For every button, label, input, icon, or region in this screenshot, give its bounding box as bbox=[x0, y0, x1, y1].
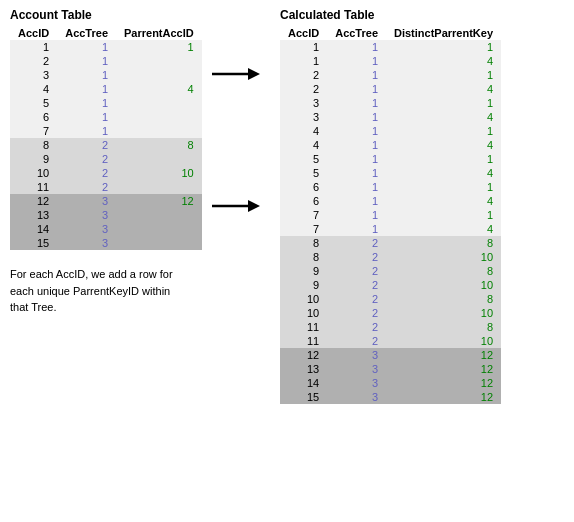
cell-parent bbox=[116, 68, 202, 82]
cell-acctree: 3 bbox=[327, 376, 386, 390]
cell-accid: 7 bbox=[280, 208, 327, 222]
table-row: 6 1 bbox=[10, 110, 202, 124]
table-row: 12 3 12 bbox=[10, 194, 202, 208]
table-row: 5 1 1 bbox=[280, 152, 501, 166]
table-row: 6 1 4 bbox=[280, 194, 501, 208]
cell-accid: 14 bbox=[10, 222, 57, 236]
table-row: 1 1 4 bbox=[280, 54, 501, 68]
left-panel: Account Table AccID AccTree ParrentAccID… bbox=[10, 8, 190, 404]
table-row: 9 2 10 bbox=[280, 278, 501, 292]
cell-distinctparent: 10 bbox=[386, 306, 501, 320]
cell-acctree: 1 bbox=[57, 82, 116, 96]
cell-parent bbox=[116, 152, 202, 166]
left-table-title: Account Table bbox=[10, 8, 190, 22]
svg-marker-3 bbox=[248, 200, 260, 212]
table-row: 9 2 bbox=[10, 152, 202, 166]
cell-accid: 15 bbox=[10, 236, 57, 250]
svg-marker-1 bbox=[248, 68, 260, 80]
cell-accid: 5 bbox=[280, 166, 327, 180]
cell-distinctparent: 1 bbox=[386, 124, 501, 138]
right-col-distinctparent: DistinctParrentKey bbox=[386, 26, 501, 40]
table-row: 11 2 10 bbox=[280, 334, 501, 348]
cell-accid: 8 bbox=[280, 250, 327, 264]
cell-parent: 4 bbox=[116, 82, 202, 96]
cell-accid: 1 bbox=[280, 54, 327, 68]
table-row: 9 2 8 bbox=[280, 264, 501, 278]
table-row: 13 3 12 bbox=[280, 362, 501, 376]
table-row: 8 2 8 bbox=[10, 138, 202, 152]
cell-accid: 14 bbox=[280, 376, 327, 390]
cell-acctree: 1 bbox=[327, 40, 386, 54]
cell-accid: 6 bbox=[10, 110, 57, 124]
cell-acctree: 3 bbox=[327, 362, 386, 376]
arrow1-icon bbox=[210, 63, 260, 85]
cell-accid: 12 bbox=[10, 194, 57, 208]
cell-accid: 10 bbox=[10, 166, 57, 180]
cell-acctree: 2 bbox=[327, 334, 386, 348]
cell-distinctparent: 1 bbox=[386, 40, 501, 54]
cell-accid: 7 bbox=[280, 222, 327, 236]
cell-acctree: 3 bbox=[57, 222, 116, 236]
cell-acctree: 2 bbox=[327, 278, 386, 292]
cell-acctree: 3 bbox=[57, 208, 116, 222]
table-row: 3 1 4 bbox=[280, 110, 501, 124]
table-row: 4 1 4 bbox=[10, 82, 202, 96]
cell-acctree: 1 bbox=[327, 152, 386, 166]
table-row: 10 2 10 bbox=[280, 306, 501, 320]
cell-acctree: 1 bbox=[57, 124, 116, 138]
table-row: 8 2 8 bbox=[280, 236, 501, 250]
cell-accid: 11 bbox=[280, 334, 327, 348]
cell-parent bbox=[116, 180, 202, 194]
right-table-title: Calculated Table bbox=[280, 8, 564, 22]
cell-distinctparent: 10 bbox=[386, 334, 501, 348]
cell-acctree: 1 bbox=[327, 208, 386, 222]
cell-distinctparent: 4 bbox=[386, 54, 501, 68]
cell-acctree: 1 bbox=[57, 40, 116, 54]
left-col-parent: ParrentAccID bbox=[116, 26, 202, 40]
cell-acctree: 3 bbox=[57, 194, 116, 208]
cell-distinctparent: 1 bbox=[386, 152, 501, 166]
cell-distinctparent: 1 bbox=[386, 96, 501, 110]
cell-accid: 4 bbox=[280, 124, 327, 138]
cell-parent bbox=[116, 54, 202, 68]
cell-accid: 10 bbox=[280, 306, 327, 320]
cell-parent bbox=[116, 124, 202, 138]
table-row: 10 2 8 bbox=[280, 292, 501, 306]
table-row: 2 1 1 bbox=[280, 68, 501, 82]
cell-distinctparent: 4 bbox=[386, 222, 501, 236]
table-row: 15 3 bbox=[10, 236, 202, 250]
cell-acctree: 2 bbox=[57, 138, 116, 152]
cell-accid: 11 bbox=[10, 180, 57, 194]
cell-accid: 3 bbox=[280, 96, 327, 110]
cell-acctree: 2 bbox=[57, 180, 116, 194]
arrow2-icon bbox=[210, 195, 260, 217]
table-row: 7 1 bbox=[10, 124, 202, 138]
table-row: 4 1 1 bbox=[280, 124, 501, 138]
cell-acctree: 1 bbox=[327, 166, 386, 180]
cell-parent bbox=[116, 208, 202, 222]
cell-acctree: 2 bbox=[57, 152, 116, 166]
cell-distinctparent: 12 bbox=[386, 362, 501, 376]
cell-acctree: 3 bbox=[57, 236, 116, 250]
cell-accid: 9 bbox=[280, 278, 327, 292]
cell-acctree: 3 bbox=[327, 390, 386, 404]
cell-distinctparent: 10 bbox=[386, 250, 501, 264]
cell-acctree: 1 bbox=[57, 68, 116, 82]
table-row: 11 2 bbox=[10, 180, 202, 194]
table-row: 7 1 1 bbox=[280, 208, 501, 222]
cell-distinctparent: 12 bbox=[386, 376, 501, 390]
cell-accid: 9 bbox=[10, 152, 57, 166]
table-row: 5 1 bbox=[10, 96, 202, 110]
cell-accid: 12 bbox=[280, 348, 327, 362]
cell-distinctparent: 1 bbox=[386, 68, 501, 82]
cell-accid: 6 bbox=[280, 194, 327, 208]
cell-distinctparent: 8 bbox=[386, 236, 501, 250]
cell-parent bbox=[116, 110, 202, 124]
cell-parent bbox=[116, 222, 202, 236]
table-row: 14 3 bbox=[10, 222, 202, 236]
cell-distinctparent: 4 bbox=[386, 110, 501, 124]
cell-acctree: 2 bbox=[327, 264, 386, 278]
cell-acctree: 1 bbox=[327, 82, 386, 96]
cell-acctree: 2 bbox=[327, 292, 386, 306]
table-row: 6 1 1 bbox=[280, 180, 501, 194]
